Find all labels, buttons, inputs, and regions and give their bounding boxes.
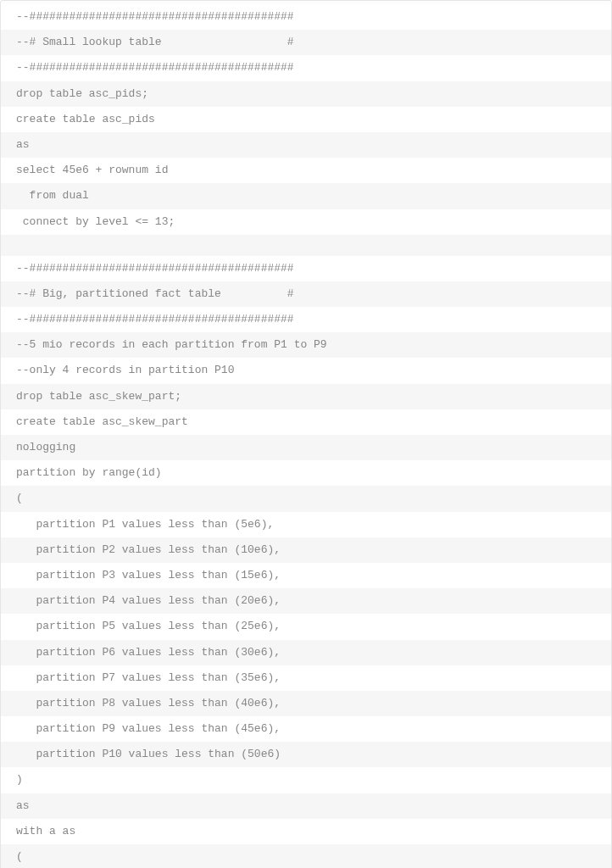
code-line: partition P7 values less than (35e6),: [1, 665, 611, 691]
code-line: as: [1, 132, 611, 158]
code-line: --5 mio records in each partition from P…: [1, 332, 611, 358]
code-line: create table asc_pids: [1, 107, 611, 132]
code-line: drop table asc_pids;: [1, 81, 611, 107]
code-line: --# Big, partitioned fact table #: [1, 281, 611, 307]
code-line: partition P2 values less than (10e6),: [1, 537, 611, 563]
code-block: --######################################…: [0, 0, 612, 868]
code-line: partition P6 values less than (30e6),: [1, 640, 611, 665]
code-line: (: [1, 844, 611, 868]
code-lines-container: --######################################…: [1, 1, 611, 868]
code-line: select 45e6 + rownum id: [1, 158, 611, 183]
code-line: partition P4 values less than (20e6),: [1, 588, 611, 614]
code-line: create table asc_skew_part: [1, 409, 611, 435]
code-line: --# Small lookup table #: [1, 30, 611, 55]
code-line: --only 4 records in partition P10: [1, 358, 611, 383]
code-line: --######################################…: [1, 55, 611, 81]
code-line: (: [1, 486, 611, 511]
code-line: with a as: [1, 819, 611, 844]
code-line: [1, 235, 611, 256]
code-line: --######################################…: [1, 256, 611, 281]
code-line: partition P8 values less than (40e6),: [1, 691, 611, 716]
code-line: --######################################…: [1, 307, 611, 332]
code-line: partition by range(id): [1, 460, 611, 486]
code-line: partition P10 values less than (50e6): [1, 742, 611, 767]
code-line: partition P9 values less than (45e6),: [1, 716, 611, 742]
code-line: --######################################…: [1, 4, 611, 30]
code-line: drop table asc_skew_part;: [1, 384, 611, 409]
code-line: partition P3 values less than (15e6),: [1, 563, 611, 588]
code-line: ): [1, 767, 611, 793]
code-line: partition P5 values less than (25e6),: [1, 614, 611, 639]
code-line: as: [1, 793, 611, 819]
code-line: from dual: [1, 183, 611, 209]
code-line: partition P1 values less than (5e6),: [1, 512, 611, 537]
code-line: connect by level <= 13;: [1, 209, 611, 235]
code-line: nologging: [1, 435, 611, 460]
